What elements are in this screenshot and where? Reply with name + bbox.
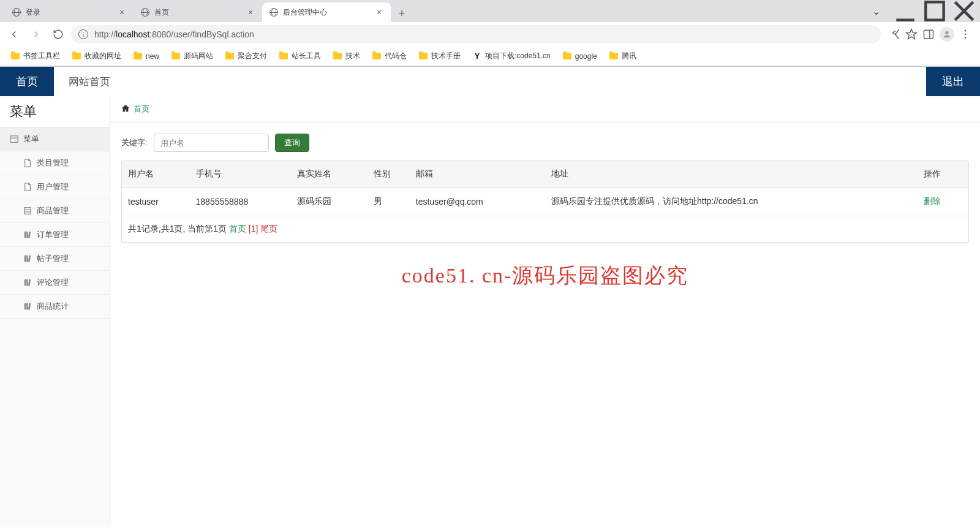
kebab-menu-icon[interactable] bbox=[959, 28, 971, 40]
side-panel-icon[interactable] bbox=[922, 28, 935, 40]
nav-forward-icon[interactable] bbox=[27, 25, 45, 44]
folder-icon bbox=[419, 53, 428, 59]
svg-point-7 bbox=[945, 31, 948, 34]
bookmark-item[interactable]: 收藏的网址 bbox=[67, 48, 126, 64]
sidebar-item-order[interactable]: 订单管理 bbox=[0, 223, 110, 247]
list-icon bbox=[23, 207, 32, 215]
share-icon[interactable] bbox=[888, 28, 900, 40]
nav-reload-icon[interactable] bbox=[49, 25, 67, 44]
svg-rect-11 bbox=[10, 136, 18, 143]
breadcrumb-home-link[interactable]: 首页 bbox=[134, 104, 149, 115]
logout-button[interactable]: 退出 bbox=[926, 67, 980, 96]
table-row: testuser 18855558888 源码乐园 男 testuser@qq.… bbox=[122, 188, 968, 216]
new-tab-button[interactable]: + bbox=[393, 5, 410, 22]
tab-close-icon[interactable]: × bbox=[246, 8, 255, 17]
sidebar-item-stats[interactable]: 商品统计 bbox=[0, 295, 110, 319]
bookmark-star-icon[interactable] bbox=[905, 28, 918, 40]
book-icon bbox=[23, 230, 32, 239]
browser-tab-active[interactable]: 后台管理中心 × bbox=[262, 2, 391, 22]
tab-title: 登录 bbox=[26, 7, 113, 18]
folder-icon bbox=[11, 53, 20, 59]
folder-icon bbox=[172, 53, 180, 59]
svg-point-9 bbox=[965, 34, 967, 36]
search-row: 关键字: 查询 bbox=[110, 123, 980, 161]
window-close-icon[interactable] bbox=[951, 2, 978, 20]
tab-title: 首页 bbox=[154, 7, 241, 18]
sidebar-item-post[interactable]: 帖子管理 bbox=[0, 247, 110, 271]
toolbar-right bbox=[884, 27, 975, 42]
pager-summary: 共1记录,共1页, 当前第1页 bbox=[128, 224, 227, 233]
list-icon bbox=[10, 135, 18, 143]
svg-rect-20 bbox=[26, 256, 28, 262]
browser-chrome: 登录 × 首页 × 后台管理中心 × + ⌄ i http://localhos… bbox=[0, 0, 980, 67]
svg-rect-24 bbox=[28, 279, 31, 286]
file-icon bbox=[23, 159, 32, 167]
svg-rect-18 bbox=[28, 232, 31, 238]
window-maximize-icon[interactable] bbox=[921, 2, 948, 20]
svg-rect-5 bbox=[924, 30, 933, 38]
bookmark-item[interactable]: 站长工具 bbox=[274, 48, 326, 64]
tab-close-icon[interactable]: × bbox=[118, 8, 126, 17]
cell-email: testuser@qq.com bbox=[410, 188, 545, 216]
pager-last-link[interactable]: 尾页 bbox=[260, 224, 277, 233]
sidebar-item-product[interactable]: 商品管理 bbox=[0, 199, 110, 223]
bookmark-item[interactable]: 技术手册 bbox=[414, 48, 466, 64]
svg-rect-17 bbox=[26, 232, 28, 238]
window-minimize-icon[interactable] bbox=[892, 2, 919, 20]
folder-icon bbox=[563, 53, 571, 59]
sidebar-item-category[interactable]: 类目管理 bbox=[0, 151, 110, 175]
query-button[interactable]: 查询 bbox=[275, 134, 309, 152]
site-info-icon[interactable]: i bbox=[78, 29, 88, 39]
search-input[interactable] bbox=[154, 134, 269, 152]
svg-rect-25 bbox=[24, 303, 26, 310]
sidebar-item-comment[interactable]: 评论管理 bbox=[0, 271, 110, 295]
cell-realname: 源码乐园 bbox=[291, 188, 367, 216]
sidebar-group-menu[interactable]: 菜单 bbox=[0, 127, 110, 151]
book-icon bbox=[23, 278, 32, 287]
table-header-row: 用户名 手机号 真实姓名 性别 邮箱 地址 操作 bbox=[122, 161, 968, 188]
user-table: 用户名 手机号 真实姓名 性别 邮箱 地址 操作 testuser 188555 bbox=[121, 161, 969, 243]
pager-first-link[interactable]: 首页 bbox=[229, 224, 246, 233]
tab-strip: 登录 × 首页 × 后台管理中心 × + ⌄ bbox=[0, 0, 980, 22]
profile-avatar-icon[interactable] bbox=[940, 27, 954, 42]
sidebar: 菜单 菜单 类目管理 用户管理 商品管理 订单管理 帖子管理 评论管理 商品统计 bbox=[0, 96, 110, 527]
bookmark-item[interactable]: new bbox=[129, 50, 164, 63]
bookmark-item[interactable]: 技术 bbox=[328, 48, 365, 64]
sidebar-item-user[interactable]: 用户管理 bbox=[0, 175, 110, 199]
folder-icon bbox=[279, 53, 288, 59]
th-phone: 手机号 bbox=[190, 161, 292, 188]
bookmark-item[interactable]: 源码网站 bbox=[167, 48, 218, 64]
nav-back-icon[interactable] bbox=[5, 25, 23, 44]
th-address: 地址 bbox=[545, 161, 918, 188]
url-text: http://localhost:8080/user/findBySql.act… bbox=[94, 29, 873, 39]
svg-point-8 bbox=[965, 30, 967, 32]
svg-rect-19 bbox=[24, 256, 26, 262]
pager-row: 共1记录,共1页, 当前第1页 首页 [1] 尾页 bbox=[122, 216, 968, 243]
bookmark-item[interactable]: Y项目下载:code51.cn bbox=[468, 48, 556, 64]
svg-rect-13 bbox=[24, 208, 31, 214]
th-gender: 性别 bbox=[368, 161, 410, 188]
header-site-home[interactable]: 网站首页 bbox=[54, 67, 125, 96]
cell-username: testuser bbox=[122, 188, 190, 216]
svg-point-10 bbox=[965, 37, 967, 39]
tab-title: 后台管理中心 bbox=[283, 7, 370, 18]
tabs-dropdown-icon[interactable]: ⌄ bbox=[862, 2, 889, 20]
tab-close-icon[interactable]: × bbox=[375, 8, 383, 17]
header-home-tab[interactable]: 首页 bbox=[0, 67, 54, 96]
bookmark-item[interactable]: 书签工具栏 bbox=[6, 48, 65, 64]
bookmark-item[interactable]: 腾讯 bbox=[605, 48, 641, 64]
app-root: 首页 网站首页 退出 菜单 菜单 类目管理 用户管理 商品管理 订单管理 帖子管… bbox=[0, 67, 980, 527]
globe-icon bbox=[12, 8, 21, 17]
home-icon bbox=[121, 104, 130, 115]
bookmark-item[interactable]: google bbox=[558, 50, 602, 63]
address-bar[interactable]: i http://localhost:8080/user/findBySql.a… bbox=[71, 25, 881, 44]
bookmark-item[interactable]: 代码仓 bbox=[368, 48, 412, 64]
browser-tab[interactable]: 登录 × bbox=[5, 2, 134, 22]
browser-tab[interactable]: 首页 × bbox=[134, 2, 262, 22]
delete-link[interactable]: 删除 bbox=[924, 196, 941, 206]
bookmark-item[interactable]: 聚合支付 bbox=[221, 48, 272, 64]
app-header: 首页 网站首页 退出 bbox=[0, 67, 980, 96]
cell-phone: 18855558888 bbox=[190, 188, 292, 216]
breadcrumb: 首页 bbox=[110, 96, 980, 123]
book-icon bbox=[23, 302, 32, 311]
